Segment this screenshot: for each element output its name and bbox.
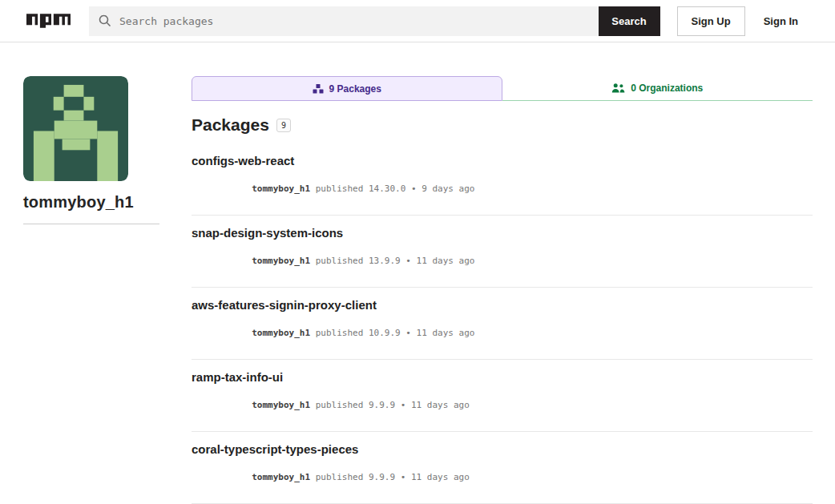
profile-page: tommyboy_h1 9 Packages 0 Orga <box>0 42 835 504</box>
package-meta: tommyboy_h1 published 14.30.0 • 9 days a… <box>199 173 813 204</box>
package-row: coral-typescript-types-pieces tommyboy_h… <box>192 432 813 504</box>
sign-up-button[interactable]: Sign Up <box>677 6 745 36</box>
search-bar: Search <box>89 6 660 36</box>
package-name-link[interactable]: configs-web-react <box>192 155 294 168</box>
package-publisher-link[interactable]: tommyboy_h1 <box>252 400 310 410</box>
packages-section-header: Packages 9 <box>192 115 813 135</box>
package-publisher-link[interactable]: tommyboy_h1 <box>252 328 310 338</box>
search-icon <box>99 14 111 27</box>
packages-count-badge: 9 <box>276 119 291 132</box>
package-publisher-link[interactable]: tommyboy_h1 <box>252 183 310 194</box>
package-publish-details: published 10.9.9 • 11 days ago <box>310 328 474 338</box>
package-publisher-link[interactable]: tommyboy_h1 <box>252 256 310 266</box>
organizations-icon <box>611 83 625 93</box>
package-meta: tommyboy_h1 published 9.9.9 • 11 days ag… <box>199 389 813 421</box>
package-publish-details: published 13.9.9 • 11 days ago <box>310 256 474 266</box>
tab-organizations[interactable]: 0 Organizations <box>502 76 813 101</box>
tab-packages[interactable]: 9 Packages <box>192 76 502 101</box>
site-header: Search Sign Up Sign In <box>0 0 835 42</box>
package-meta: tommyboy_h1 published 10.9.9 • 11 days a… <box>199 317 813 349</box>
npm-logo[interactable] <box>26 14 71 28</box>
package-publish-details: published 14.30.0 • 9 days ago <box>310 183 474 194</box>
package-row: snap-design-system-icons tommyboy_h1 pub… <box>192 216 813 288</box>
search-field[interactable] <box>89 6 599 36</box>
avatar <box>23 76 128 181</box>
package-name-link[interactable]: coral-typescript-types-pieces <box>192 443 358 457</box>
search-input[interactable] <box>119 15 589 27</box>
package-name-link[interactable]: snap-design-system-icons <box>192 227 343 240</box>
packages-icon <box>313 84 324 94</box>
tab-packages-label: 9 Packages <box>329 83 381 95</box>
package-name-link[interactable]: ramp-tax-info-ui <box>192 371 283 385</box>
profile-username: tommyboy_h1 <box>23 193 159 212</box>
package-list: configs-web-react tommyboy_h1 published … <box>192 143 813 504</box>
tab-organizations-label: 0 Organizations <box>631 83 703 94</box>
package-meta: tommyboy_h1 published 9.9.9 • 11 days ag… <box>199 462 813 493</box>
package-name-link[interactable]: aws-features-signin-proxy-client <box>192 299 377 312</box>
profile-sidebar: tommyboy_h1 <box>23 76 159 504</box>
packages-title: Packages <box>192 115 269 135</box>
package-row: configs-web-react tommyboy_h1 published … <box>192 143 813 216</box>
package-row: aws-features-signin-proxy-client tommybo… <box>192 288 813 360</box>
package-publish-details: published 9.9.9 • 11 days ago <box>310 400 470 410</box>
sign-in-link[interactable]: Sign In <box>764 15 798 27</box>
package-publish-details: published 9.9.9 • 11 days ago <box>310 472 470 482</box>
package-publisher-link[interactable]: tommyboy_h1 <box>252 472 310 482</box>
package-row: ramp-tax-info-ui tommyboy_h1 published 9… <box>192 360 813 432</box>
profile-content: 9 Packages 0 Organizations Packages 9 co… <box>192 76 813 504</box>
sidebar-divider <box>23 224 159 224</box>
search-button[interactable]: Search <box>599 6 660 36</box>
package-meta: tommyboy_h1 published 13.9.9 • 11 days a… <box>199 245 813 276</box>
profile-tabs: 9 Packages 0 Organizations <box>192 76 813 101</box>
